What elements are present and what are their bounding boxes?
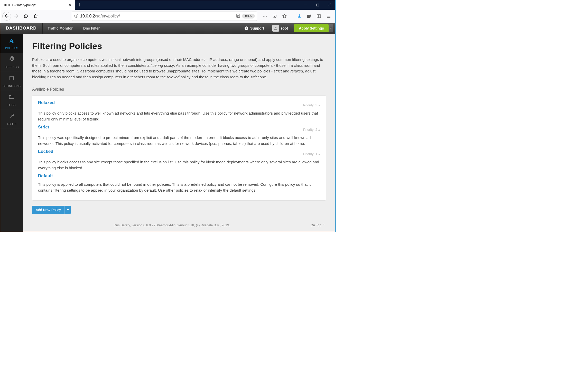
brand-logo[interactable]: DASHBOARD <box>0 23 43 34</box>
support-label: Support <box>250 26 264 30</box>
url-display: 10.0.0.2/safety/policy/ <box>80 14 234 18</box>
page-title: Filtering Policies <box>32 41 326 51</box>
priority-badge[interactable]: Priority: 1▴ <box>303 152 320 156</box>
sidebar-item-tools[interactable]: TOOLS <box>0 110 23 129</box>
page-actions-icon[interactable] <box>260 12 270 21</box>
caret-up-icon: ▴ <box>318 152 320 156</box>
support-link[interactable]: i Support <box>240 26 268 30</box>
policy-desc: This policy blocks access to any site ex… <box>38 159 320 171</box>
pocket-icon[interactable] <box>270 12 279 21</box>
reader-mode-icon[interactable] <box>236 13 240 19</box>
wrench-icon <box>8 113 15 121</box>
caret-up-icon: ▴ <box>318 103 320 107</box>
svg-point-9 <box>275 27 276 28</box>
app-header: DASHBOARD Traffic Monitor Dns Filter i S… <box>0 23 335 34</box>
svg-rect-0 <box>317 4 319 6</box>
svg-point-5 <box>266 16 267 16</box>
close-tab-icon[interactable]: ✕ <box>68 3 72 7</box>
policy-locked: Locked Priority: 1▴ This policy blocks a… <box>38 149 320 171</box>
priority-badge[interactable]: Priority: 2▴ <box>303 128 320 132</box>
intro-text: Policies are used to organize computers … <box>32 57 326 80</box>
caret-up-icon: ▴ <box>318 128 320 132</box>
browser-titlebar: 10.0.0.2/safety/policy/ ✕ <box>0 0 335 10</box>
add-new-policy-button[interactable]: Add New Policy <box>32 206 71 214</box>
nav-forward-button[interactable] <box>12 12 21 21</box>
sidebar-item-policies[interactable]: A POLICIES <box>0 34 23 53</box>
nav-dns-filter[interactable]: Dns Filter <box>78 23 105 34</box>
sidebar-label: POLICIES <box>5 46 18 50</box>
policy-strict: Strict Priority: 2▴ This policy was spec… <box>38 125 320 146</box>
sidebar-label: DEFINITIONS <box>3 85 21 88</box>
apply-settings-button[interactable]: Apply Settings <box>294 24 329 32</box>
url-bar[interactable]: 10.0.0.2/safety/policy/ 80% <box>72 12 257 21</box>
new-tab-button[interactable] <box>75 0 84 10</box>
policy-desc: This policy only blocks access to well k… <box>38 110 320 122</box>
policy-relaxed: Relaxed Priority: 3▴ This policy only bl… <box>38 100 320 122</box>
policy-link-relaxed[interactable]: Relaxed <box>38 100 55 105</box>
policy-desc: This policy was specifically designed to… <box>38 135 320 146</box>
svg-point-3 <box>263 16 264 16</box>
book-icon <box>8 75 15 83</box>
sidebar-label: SETTINGS <box>4 66 18 69</box>
chevron-up-icon: ⌃ <box>322 223 325 227</box>
footer-text: Dns Safety, version 0.6.0.79D6-amd64-lin… <box>33 223 311 227</box>
sidebar-item-definitions[interactable]: DEFINITIONS <box>0 72 23 91</box>
apply-settings-caret[interactable] <box>329 24 333 32</box>
sidebar-label: TOOLS <box>7 123 16 126</box>
folder-icon <box>8 94 15 102</box>
reload-button[interactable] <box>21 12 31 21</box>
window-maximize-button[interactable] <box>312 0 323 10</box>
policies-icon: A <box>9 37 14 45</box>
apply-label: Apply Settings <box>299 26 324 30</box>
sidebar: A POLICIES SETTINGS DEFINITIONS <box>0 34 23 232</box>
browser-toolbar: 10.0.0.2/safety/policy/ 80% <box>0 10 335 23</box>
add-button-caret[interactable] <box>64 206 71 214</box>
svg-rect-6 <box>317 15 321 18</box>
info-icon[interactable] <box>74 13 79 19</box>
footer: Dns Safety, version 0.6.0.79D6-amd64-lin… <box>32 214 326 227</box>
policy-desc: This policy is applied to all computers … <box>38 182 320 193</box>
tab-title: 10.0.0.2/safety/policy/ <box>3 3 36 7</box>
policies-card: Relaxed Priority: 3▴ This policy only bl… <box>32 95 326 201</box>
priority-badge[interactable]: Priority: 3▴ <box>303 103 320 107</box>
user-menu[interactable]: root <box>268 25 292 32</box>
policy-link-default[interactable]: Default <box>38 173 53 178</box>
sidebar-item-logs[interactable]: LOGS <box>0 91 23 110</box>
zoom-indicator[interactable]: 80% <box>242 14 255 18</box>
policy-link-locked[interactable]: Locked <box>38 149 53 154</box>
on-top-link[interactable]: On Top ⌃ <box>311 223 325 227</box>
add-button-label: Add New Policy <box>32 208 64 212</box>
info-icon: i <box>245 26 248 30</box>
nav-back-button[interactable] <box>2 12 11 21</box>
main-content: Filtering Policies Policies are used to … <box>23 34 335 232</box>
downloads-icon[interactable] <box>295 12 304 21</box>
sidebar-icon[interactable] <box>314 12 323 21</box>
library-icon[interactable] <box>304 12 314 21</box>
policy-default: Default This policy is applied to all co… <box>38 173 320 193</box>
menu-icon[interactable] <box>324 12 333 21</box>
browser-tab[interactable]: 10.0.0.2/safety/policy/ ✕ <box>0 0 75 10</box>
window-minimize-button[interactable] <box>300 0 312 10</box>
section-title: Available Policies <box>32 87 326 92</box>
sidebar-item-settings[interactable]: SETTINGS <box>0 53 23 72</box>
avatar-icon <box>272 25 279 32</box>
user-name: root <box>281 26 288 30</box>
nav-traffic-monitor[interactable]: Traffic Monitor <box>43 23 78 34</box>
svg-point-4 <box>264 16 265 16</box>
window-close-button[interactable] <box>323 0 335 10</box>
svg-text:i: i <box>246 27 247 30</box>
gear-icon <box>8 56 15 64</box>
home-button[interactable] <box>31 12 40 21</box>
sidebar-label: LOGS <box>8 104 16 107</box>
policy-link-strict[interactable]: Strict <box>38 125 49 129</box>
bookmark-star-icon[interactable] <box>280 12 289 21</box>
